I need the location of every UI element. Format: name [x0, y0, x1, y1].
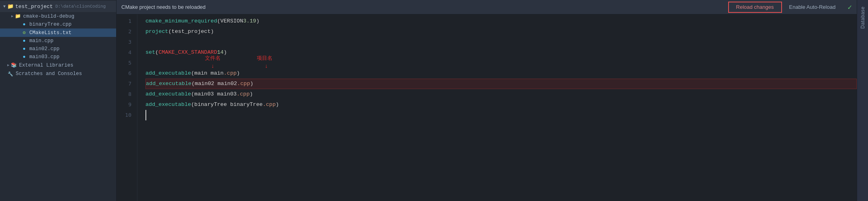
notification-bar: CMake project needs to be reloaded Reloa…	[117, 0, 857, 14]
code-line-5	[145, 58, 857, 68]
code-token: binaryTree binaryTree	[194, 99, 263, 110]
code-token: add_executable	[145, 99, 191, 110]
code-token: (	[155, 47, 158, 58]
code-token: .cpp	[237, 79, 250, 89]
file-label: binaryTree.cpp	[29, 22, 72, 27]
line-num-10: 10	[125, 110, 131, 120]
sidebar-collapse-icon[interactable]: ▼	[3, 4, 6, 9]
cpp-file-icon: ●	[21, 46, 27, 52]
code-token-main: main main	[194, 68, 224, 79]
sidebar-item-main02-cpp[interactable]: ● main02.cpp	[0, 45, 116, 53]
main-area: CMake project needs to be reloaded Reloa…	[117, 0, 857, 201]
code-token: 3.19	[243, 16, 256, 26]
notification-actions: Reload changes Enable Auto-Reload ✓	[728, 2, 852, 13]
sidebar-item-main-cpp[interactable]: ● main.cpp	[0, 37, 116, 45]
project-name: test_project	[15, 4, 53, 10]
sidebar-item-external-libraries[interactable]: ▶ 📚 External Libraries	[0, 61, 116, 69]
line-num-9: 9	[128, 99, 131, 110]
code-token: )	[250, 79, 253, 89]
code-token: test_project	[172, 26, 211, 37]
code-token: .cpp	[263, 99, 276, 110]
code-token: VERSION	[220, 16, 243, 26]
project-folder-icon: 📁	[7, 3, 14, 10]
code-token: )	[237, 68, 240, 79]
line-num-7: 7	[128, 79, 131, 89]
code-token: main03 main03	[194, 89, 237, 99]
code-line-1: cmake_minimum_required(VERSION 3.19)	[145, 16, 857, 26]
checkmark-icon: ✓	[848, 3, 852, 12]
code-token: )	[250, 89, 253, 99]
code-token: add_executable	[145, 89, 191, 99]
cpp-file-icon: ●	[21, 22, 27, 27]
code-line-10	[145, 110, 857, 120]
project-sidebar: ▼ 📁 test_project D:\data\clionCoding ▶ 📁…	[0, 0, 117, 201]
code-editor[interactable]: cmake_minimum_required(VERSION 3.19) pro…	[137, 14, 857, 201]
code-token: project	[145, 26, 168, 37]
code-token: .cpp	[223, 68, 236, 79]
chevron-right-icon: ▶	[11, 14, 13, 18]
folder-label: cmake-build-debug	[23, 14, 74, 19]
scratches-label: Scratches and Consoles	[16, 71, 82, 77]
code-token: set	[145, 47, 155, 58]
notification-text: CMake project needs to be reloaded	[121, 4, 206, 10]
code-token: .cpp	[237, 89, 250, 99]
code-token: 14	[217, 47, 223, 58]
line-num-6: 6	[128, 68, 131, 79]
code-token: add_executable	[145, 68, 191, 79]
cpp-file-icon: ●	[21, 54, 27, 60]
file-label: CMakeLists.txt	[29, 30, 72, 36]
sidebar-item-main03-cpp[interactable]: ● main03.cpp	[0, 53, 116, 61]
cpp-file-icon: ●	[21, 38, 27, 44]
line-num-2: 2	[128, 26, 131, 37]
code-line-2: project(test_project)	[145, 26, 857, 37]
line-num-3: 3	[128, 37, 131, 47]
code-token: (	[217, 16, 220, 26]
database-sidebar[interactable]: Database	[857, 0, 868, 201]
folder-icon: 📁	[15, 13, 21, 19]
code-token: )	[211, 26, 214, 37]
code-token: )	[223, 47, 227, 58]
code-token: CMAKE_CXX_STANDARD	[158, 47, 217, 58]
sidebar-item-cmake-build-debug[interactable]: ▶ 📁 cmake-build-debug	[0, 12, 116, 20]
code-line-6: 文件名 项目名 ↓ ↓ add_executable(main main.cpp…	[145, 68, 857, 79]
file-label: main03.cpp	[29, 54, 59, 60]
code-token: cmake_minimum_required	[145, 16, 217, 26]
reload-changes-button[interactable]: Reload changes	[728, 2, 782, 13]
code-token: (	[168, 26, 172, 37]
code-token: (	[191, 89, 194, 99]
sidebar-item-cmakelists[interactable]: ⚙ CMakeLists.txt	[0, 28, 116, 37]
project-path: D:\data\clionCoding	[55, 4, 106, 9]
code-token: main02 main02	[195, 79, 237, 89]
code-token: )	[256, 16, 259, 26]
sidebar-item-binarytree[interactable]: ● binaryTree.cpp	[0, 20, 116, 28]
chevron-right-icon: ▶	[7, 63, 9, 67]
code-line-3	[145, 37, 857, 47]
line-numbers: 1 2 3 4 5 6 7 8 9 10	[117, 14, 137, 201]
code-line-8: add_executable(main03 main03.cpp)	[145, 89, 857, 99]
code-token: add_executable	[146, 79, 191, 89]
folder-label: External Libraries	[19, 63, 73, 68]
cursor	[145, 110, 149, 120]
code-line-9: add_executable(binaryTree binaryTree.cpp…	[145, 99, 857, 110]
code-token: (	[191, 79, 194, 89]
file-label: main02.cpp	[29, 46, 59, 52]
line-num-4: 4	[128, 47, 131, 58]
line-num-5: 5	[128, 58, 131, 68]
enable-auto-reload-button[interactable]: Enable Auto-Reload	[782, 2, 843, 13]
editor-area: 1 2 3 4 5 6 7 8 9 10 cmake_minimum_requi…	[117, 14, 857, 201]
external-lib-icon: 📚	[11, 62, 17, 68]
code-line-7: add_executable(main02 main02.cpp)	[145, 79, 857, 89]
sidebar-item-scratches[interactable]: 🔧 Scratches and Consoles	[0, 69, 116, 78]
cmake-file-icon: ⚙	[21, 30, 27, 36]
line-num-8: 8	[128, 89, 131, 99]
code-line-4: set(CMAKE_CXX_STANDARD 14)	[145, 47, 857, 58]
scratches-icon: 🔧	[7, 71, 14, 77]
code-token: (	[191, 99, 194, 110]
code-token: (	[191, 68, 194, 79]
line-num-1: 1	[128, 16, 131, 26]
file-label: main.cpp	[29, 38, 53, 44]
sidebar-header: ▼ 📁 test_project D:\data\clionCoding	[0, 1, 116, 12]
code-token: )	[276, 99, 279, 110]
database-tab-label: Database	[860, 6, 866, 28]
